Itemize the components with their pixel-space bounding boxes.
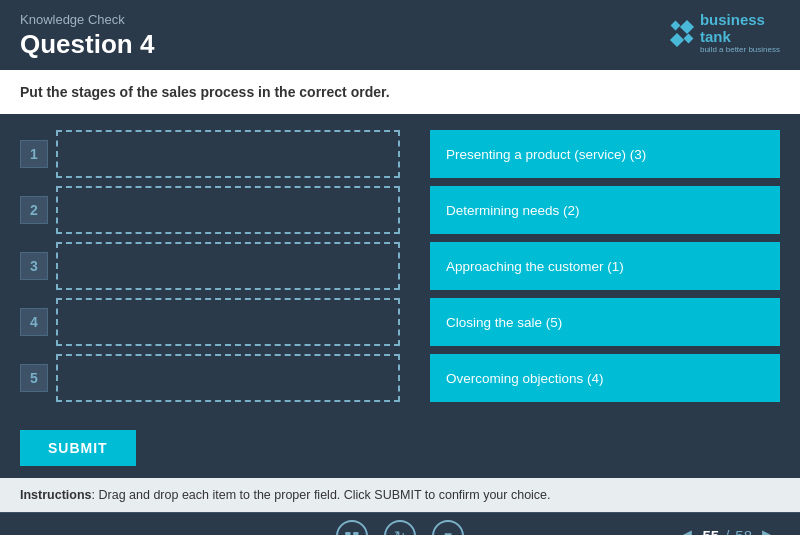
drop-zone-number-3: 3 [20, 252, 48, 280]
drop-zone-row-5: 5 [20, 354, 400, 402]
instruction-bar: Put the stages of the sales process in t… [0, 70, 800, 114]
logo-icon [672, 22, 692, 45]
submit-area: SUBMIT [0, 418, 800, 478]
drop-zone-box-3[interactable] [56, 242, 400, 290]
drop-zone-row-3: 3 [20, 242, 400, 290]
pause-icon: ▮▮ [344, 528, 360, 536]
draggable-item-5[interactable]: Overcoming objections (4) [430, 354, 780, 402]
pause-button[interactable]: ▮▮ [336, 520, 368, 536]
drop-zone-number-5: 5 [20, 364, 48, 392]
instructions-bold: Instructions [20, 488, 92, 502]
drop-zones-container: 1 2 3 4 5 [20, 130, 400, 402]
draggable-item-4[interactable]: Closing the sale (5) [430, 298, 780, 346]
prev-page-button[interactable]: ◀ [674, 525, 696, 536]
instructions-footer: Instructions: Drag and drop each item to… [0, 478, 800, 512]
draggable-item-2[interactable]: Determining needs (2) [430, 186, 780, 234]
logo: business tank build a better business [672, 12, 780, 54]
drop-zone-box-2[interactable] [56, 186, 400, 234]
total-pages: 58 [735, 527, 752, 535]
header: Knowledge Check Question 4 business tank… [0, 0, 800, 70]
logo-diamond [680, 19, 694, 33]
submit-button[interactable]: SUBMIT [20, 430, 136, 466]
logo-brand1: business [700, 12, 780, 29]
drop-zone-row-4: 4 [20, 298, 400, 346]
drop-zone-box-4[interactable] [56, 298, 400, 346]
draggable-item-1[interactable]: Presenting a product (service) (3) [430, 130, 780, 178]
refresh-icon: ↻ [394, 528, 406, 536]
drop-zone-row-2: 2 [20, 186, 400, 234]
logo-diamond [670, 32, 684, 46]
stop-button[interactable]: ■ [432, 520, 464, 536]
logo-tagline: build a better business [700, 45, 780, 54]
drop-zone-number-2: 2 [20, 196, 48, 224]
main-content: 1 2 3 4 5 Presenting a product (service)… [0, 114, 800, 418]
logo-brand2: tank [700, 29, 780, 46]
instruction-text: Put the stages of the sales process in t… [20, 84, 390, 100]
drop-zone-box-5[interactable] [56, 354, 400, 402]
current-page: 55 [702, 527, 719, 535]
question-title: Question 4 [20, 29, 154, 60]
drop-zone-box-1[interactable] [56, 130, 400, 178]
draggable-item-3[interactable]: Approaching the customer (1) [430, 242, 780, 290]
header-text: Knowledge Check Question 4 [20, 12, 154, 60]
logo-diamond [670, 20, 680, 30]
logo-text: business tank build a better business [700, 12, 780, 54]
page-navigation: ◀ 55 / 58 ▶ [674, 525, 780, 536]
drop-zone-number-4: 4 [20, 308, 48, 336]
draggable-items-container: Presenting a product (service) (3) Deter… [430, 130, 780, 402]
knowledge-check-label: Knowledge Check [20, 12, 154, 27]
drop-zone-row-1: 1 [20, 130, 400, 178]
page-separator: / [725, 527, 729, 535]
drop-zone-number-1: 1 [20, 140, 48, 168]
bottom-nav: ▮▮ ↻ ■ ◀ 55 / 58 ▶ [0, 512, 800, 535]
refresh-button[interactable]: ↻ [384, 520, 416, 536]
stop-icon: ■ [444, 528, 452, 536]
logo-diamond [683, 33, 693, 43]
next-page-button[interactable]: ▶ [758, 525, 780, 536]
instructions-rest: : Drag and drop each item to the proper … [92, 488, 551, 502]
